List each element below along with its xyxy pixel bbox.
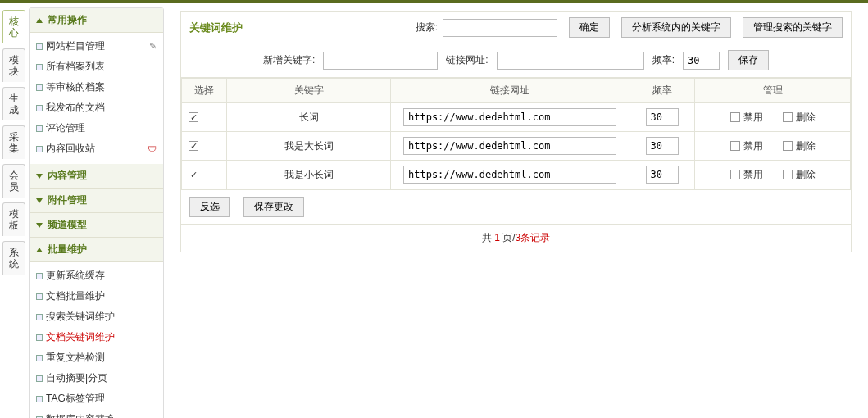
accordion-head[interactable]: 频道模型 <box>30 213 163 238</box>
menu-item[interactable]: 数据库内容替换 <box>30 409 163 418</box>
menu-item[interactable]: 重复文档检测 <box>30 348 163 368</box>
accordion-head[interactable]: 附件管理 <box>30 189 163 213</box>
menu-list: 更新系统缓存文档批量维护搜索关键词维护文档关键词维护重复文档检测自动摘要|分页T… <box>30 262 163 418</box>
arrow-icon <box>36 223 43 228</box>
manage-search-button[interactable]: 管理搜索的关键字 <box>743 17 843 38</box>
table-row: 我是大长词禁用删除 <box>182 132 851 161</box>
menu-item[interactable]: 文档关键词维护 <box>30 327 163 348</box>
arrow-icon <box>36 248 43 252</box>
keyword-panel: 关键词维护 搜索: 确定 分析系统内的关键字 管理搜索的关键字 新增关键字: 链… <box>180 11 852 252</box>
menu-item[interactable]: 搜索关键词维护 <box>30 307 163 327</box>
delete-checkbox[interactable]: 删除 <box>783 111 816 125</box>
freq-input[interactable] <box>646 166 679 184</box>
menu-item[interactable]: 更新系统缓存 <box>30 266 163 286</box>
accordion-head[interactable]: 批量维护 <box>30 238 163 262</box>
freq-input[interactable] <box>646 108 679 126</box>
invert-button[interactable]: 反选 <box>189 197 230 217</box>
main-content: 关键词维护 搜索: 确定 分析系统内的关键字 管理搜索的关键字 新增关键字: 链… <box>164 3 868 418</box>
row-checkbox[interactable] <box>189 170 220 179</box>
rail-item[interactable]: 核心 <box>2 10 25 43</box>
th-select: 选择 <box>182 79 227 103</box>
arrow-icon <box>36 198 43 203</box>
arrow-icon <box>36 18 43 23</box>
disable-checkbox[interactable]: 禁用 <box>730 139 763 153</box>
analyze-button[interactable]: 分析系统内的关键字 <box>621 17 731 38</box>
add-keyword-row: 新增关键字: 链接网址: 频率: 保存 <box>181 43 851 78</box>
add-url-input[interactable] <box>497 52 644 70</box>
delete-checkbox[interactable]: 删除 <box>783 139 816 153</box>
search-label: 搜索: <box>416 20 438 34</box>
url-input[interactable] <box>403 108 616 126</box>
rail-item[interactable]: 模块 <box>2 48 25 82</box>
menu-item[interactable]: 评论管理 <box>30 118 163 139</box>
menu-item[interactable]: TAG标签管理 <box>30 388 163 409</box>
shield-icon: 🛡 <box>148 144 157 154</box>
confirm-button[interactable]: 确定 <box>569 17 610 38</box>
keyword-table: 选择 关键字 链接网址 频率 管理 长词禁用删除我是大长词禁用删除我是小长词禁用… <box>181 78 851 189</box>
pager: 共 1 页/3条记录 <box>181 224 851 252</box>
add-key-label: 新增关键字: <box>263 53 315 67</box>
row-checkbox[interactable] <box>189 141 220 151</box>
menu-item[interactable]: 等审核的档案 <box>30 77 163 98</box>
save-changes-button[interactable]: 保存更改 <box>243 197 304 217</box>
menu-item[interactable]: 文档批量维护 <box>30 286 163 307</box>
cell-keyword: 长词 <box>227 103 391 132</box>
disable-checkbox[interactable]: 禁用 <box>730 168 763 182</box>
cell-keyword: 我是小长词 <box>227 161 391 189</box>
th-url: 链接网址 <box>391 79 629 103</box>
accordion-head[interactable]: 常用操作 <box>30 8 163 33</box>
menu-item[interactable]: 网站栏目管理✎ <box>30 36 163 57</box>
th-manage: 管理 <box>695 79 851 103</box>
rail-item[interactable]: 采集 <box>2 125 25 159</box>
url-input[interactable] <box>403 166 616 184</box>
rail-item[interactable]: 模板 <box>2 202 25 236</box>
sidebar: 常用操作网站栏目管理✎所有档案列表等审核的档案我发布的文档评论管理内容回收站🛡内… <box>29 7 164 418</box>
menu-item[interactable]: 内容回收站🛡 <box>30 139 163 159</box>
add-key-input[interactable] <box>323 52 438 70</box>
row-checkbox[interactable] <box>189 112 220 122</box>
arrow-icon <box>36 174 43 179</box>
rail-item[interactable]: 生成 <box>2 87 25 120</box>
panel-title: 关键词维护 <box>189 20 243 35</box>
edit-icon: ✎ <box>149 41 157 52</box>
add-url-label: 链接网址: <box>446 53 488 67</box>
th-freq: 频率 <box>629 79 695 103</box>
left-rail: 核心模块生成采集会员模板系统 <box>0 3 29 418</box>
search-input[interactable] <box>443 19 557 37</box>
rail-item[interactable]: 会员 <box>2 164 25 198</box>
save-button[interactable]: 保存 <box>728 50 769 70</box>
rail-item[interactable]: 系统 <box>2 241 25 275</box>
menu-item[interactable]: 我发布的文档 <box>30 98 163 118</box>
delete-checkbox[interactable]: 删除 <box>783 168 816 182</box>
add-freq-label: 频率: <box>652 53 675 67</box>
add-freq-input[interactable] <box>683 52 720 70</box>
menu-list: 网站栏目管理✎所有档案列表等审核的档案我发布的文档评论管理内容回收站🛡 <box>30 33 163 164</box>
menu-item[interactable]: 自动摘要|分页 <box>30 368 163 388</box>
table-row: 长词禁用删除 <box>182 103 851 132</box>
th-keyword: 关键字 <box>227 79 391 103</box>
cell-keyword: 我是大长词 <box>227 132 391 161</box>
menu-item[interactable]: 所有档案列表 <box>30 57 163 77</box>
freq-input[interactable] <box>646 137 679 155</box>
accordion-head[interactable]: 内容管理 <box>30 164 163 189</box>
disable-checkbox[interactable]: 禁用 <box>730 111 763 125</box>
url-input[interactable] <box>403 137 616 155</box>
table-row: 我是小长词禁用删除 <box>182 161 851 189</box>
